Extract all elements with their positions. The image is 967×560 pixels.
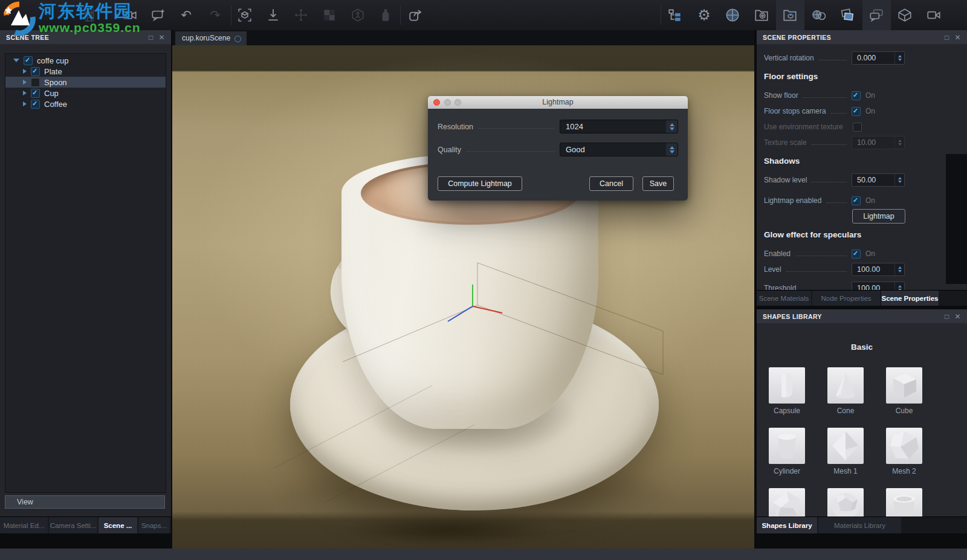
- select-stepper-icon[interactable]: [666, 143, 678, 156]
- tree-row-coffee[interactable]: Coffee: [5, 98, 166, 109]
- glow-enabled-checkbox[interactable]: [852, 249, 861, 259]
- tree-row-cup[interactable]: Cup: [5, 88, 166, 98]
- shapes-library-icon[interactable]: [782, 7, 798, 23]
- materials-library-icon[interactable]: [811, 7, 827, 23]
- visibility-checkbox[interactable]: [31, 67, 40, 76]
- comments-icon[interactable]: [868, 7, 884, 23]
- move-icon[interactable]: [293, 7, 309, 23]
- panel-close-icon[interactable]: ✕: [955, 313, 961, 320]
- redo-icon[interactable]: ↷: [207, 7, 223, 23]
- vertical-rotation-spinner[interactable]: 0.000: [852, 51, 905, 65]
- shadow-level-row: Shadow level 50.00: [764, 173, 905, 187]
- glow-threshold-value: 100.00: [852, 282, 894, 291]
- shape-cylinder[interactable]: Cylinder: [757, 428, 817, 475]
- undo-icon[interactable]: ↶: [178, 7, 194, 23]
- environment-sphere-icon[interactable]: [725, 7, 740, 23]
- glow-level-spinner[interactable]: 100.00: [852, 263, 905, 276]
- expander-right-icon[interactable]: [23, 80, 27, 85]
- expander-down-icon[interactable]: [13, 59, 19, 62]
- spinner-stepper-icon[interactable]: [894, 174, 904, 186]
- floor-stops-camera-checkbox[interactable]: [852, 107, 861, 116]
- visibility-checkbox[interactable]: [31, 100, 40, 109]
- import-icon[interactable]: [265, 7, 281, 23]
- minimize-traffic-light[interactable]: [444, 99, 451, 106]
- shapes-library-panel: SHAPES LIBRARY □ ✕ Basic Capsule Cone Cu…: [757, 309, 967, 533]
- tab-camera-settings[interactable]: Camera Setti...: [49, 517, 97, 533]
- tab-materials-library[interactable]: Materials Library: [818, 517, 901, 533]
- spinner-stepper-icon[interactable]: [894, 282, 904, 291]
- tab-shapes-library[interactable]: Shapes Library: [757, 517, 817, 533]
- expander-right-icon[interactable]: [23, 69, 27, 74]
- tab-material-editor[interactable]: Material Ed...: [0, 517, 48, 533]
- node-graph-icon[interactable]: [350, 7, 366, 23]
- dotted-leader: [831, 113, 847, 114]
- expander-right-icon[interactable]: [23, 101, 27, 106]
- scene-tree-panel-icon[interactable]: [667, 7, 683, 23]
- shape-mesh-1[interactable]: Mesh 1: [815, 428, 876, 475]
- panel-detach-icon[interactable]: □: [945, 34, 949, 41]
- share-export-icon[interactable]: [408, 7, 424, 23]
- use-environment-texture-checkbox[interactable]: [853, 123, 862, 132]
- spinner-stepper-icon[interactable]: [894, 263, 904, 275]
- cancel-button[interactable]: Cancel: [589, 176, 633, 191]
- modified-indicator-icon[interactable]: [234, 36, 241, 42]
- tab-snapshots[interactable]: Snaps...: [138, 517, 170, 533]
- dialog-titlebar[interactable]: Lightmap: [428, 96, 688, 109]
- zoom-traffic-light[interactable]: [454, 99, 461, 106]
- scene-properties-content: Vertical rotation 0.000 Floor settings S…: [757, 44, 967, 291]
- spinner-stepper-icon[interactable]: [894, 52, 904, 64]
- use-environment-texture-label: Use environment texture: [764, 123, 843, 131]
- lightmap-enabled-checkbox[interactable]: [852, 196, 861, 205]
- glow-level-row: Level 100.00: [764, 263, 905, 276]
- lightmap-button[interactable]: Lightmap: [852, 209, 905, 224]
- camera-library-icon[interactable]: [754, 7, 769, 23]
- quality-row: Quality Good: [438, 143, 678, 156]
- shadow-level-spinner[interactable]: 50.00: [852, 173, 905, 187]
- gear-icon[interactable]: ⚙: [696, 7, 712, 23]
- shape-mesh-2[interactable]: Mesh 2: [874, 428, 934, 475]
- tab-scene-materials[interactable]: Scene Materials: [757, 291, 811, 306]
- visibility-checkbox[interactable]: [31, 89, 40, 98]
- select-stepper-icon[interactable]: [666, 120, 678, 133]
- properties-tabbar: Scene Materials Node Properties Scene Pr…: [757, 290, 967, 306]
- tab-scene[interactable]: Scene ...: [99, 517, 137, 533]
- panel-close-icon[interactable]: ✕: [159, 34, 165, 41]
- scene-document-tab[interactable]: cup.koruScene: [175, 31, 247, 45]
- glow-threshold-spinner[interactable]: 100.00: [852, 282, 905, 291]
- resolution-select[interactable]: 1024: [560, 120, 678, 134]
- show-floor-checkbox[interactable]: [852, 91, 861, 100]
- save-button[interactable]: Save: [642, 176, 674, 191]
- shape-cone[interactable]: Cone: [815, 367, 876, 415]
- bottle-icon[interactable]: [378, 7, 393, 23]
- floor-stops-camera-row: Floor stops camera On: [764, 105, 905, 118]
- checkerboard-icon[interactable]: [322, 7, 337, 23]
- tree-row-plate[interactable]: Plate: [5, 66, 166, 77]
- close-traffic-light[interactable]: [433, 99, 440, 106]
- spinner-stepper-icon[interactable]: [894, 137, 904, 149]
- tree-row-spoon[interactable]: Spoon: [5, 77, 166, 88]
- shape-cube[interactable]: Cube: [874, 367, 934, 415]
- visibility-checkbox[interactable]: [24, 56, 33, 65]
- panel-detach-icon[interactable]: □: [945, 313, 949, 320]
- tab-scene-properties[interactable]: Scene Properties: [881, 291, 939, 306]
- view-button[interactable]: View: [5, 495, 165, 509]
- dialog-title: Lightmap: [542, 98, 573, 106]
- floor-settings-heading: Floor settings: [764, 72, 818, 81]
- shape-capsule[interactable]: Capsule: [757, 367, 817, 415]
- fit-view-icon[interactable]: [237, 7, 253, 23]
- texture-scale-spinner[interactable]: 10.00: [852, 136, 905, 149]
- visibility-checkbox[interactable]: [31, 78, 40, 87]
- shape-name: Capsule: [757, 407, 817, 415]
- panel-close-icon[interactable]: ✕: [955, 34, 961, 41]
- properties-scrollbar-track[interactable]: [946, 154, 967, 284]
- compute-lightmap-button[interactable]: Compute Lightmap: [438, 176, 522, 191]
- expander-right-icon[interactable]: [23, 91, 27, 95]
- images-icon[interactable]: [839, 7, 855, 23]
- camera-view-icon[interactable]: [926, 7, 942, 23]
- tree-row-coffe-cup[interactable]: coffe cup: [5, 55, 166, 66]
- quality-select[interactable]: Good: [560, 143, 678, 156]
- cube-icon[interactable]: [897, 7, 913, 23]
- add-comment-icon[interactable]: [150, 7, 166, 23]
- panel-detach-icon[interactable]: □: [149, 34, 154, 41]
- tab-node-properties[interactable]: Node Properties: [812, 291, 880, 306]
